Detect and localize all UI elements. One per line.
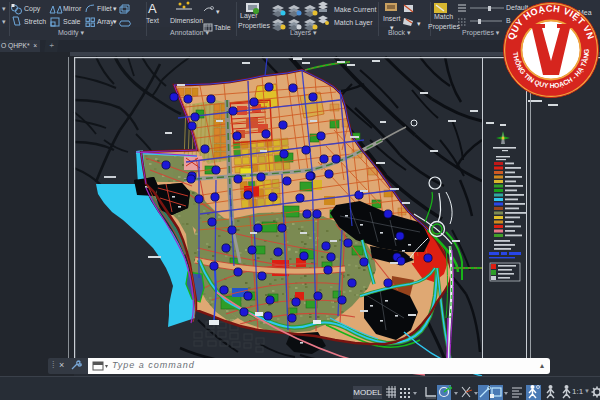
svg-text:A: A — [148, 1, 157, 16]
